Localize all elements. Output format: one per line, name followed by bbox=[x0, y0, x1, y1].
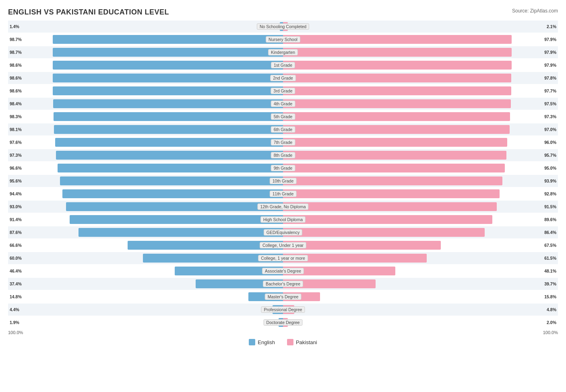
pink-bar bbox=[283, 228, 485, 237]
blue-bar bbox=[53, 48, 283, 57]
value-right: 91.5% bbox=[544, 204, 556, 209]
value-right: 95.0% bbox=[544, 166, 556, 170]
table-row: 97.3%95.7%8th Grade bbox=[8, 149, 558, 161]
value-left: 91.4% bbox=[10, 217, 22, 222]
blue-bar bbox=[55, 138, 283, 147]
value-right: 97.8% bbox=[544, 76, 556, 80]
value-left: 37.4% bbox=[10, 281, 22, 286]
value-left: 98.4% bbox=[10, 101, 22, 106]
value-left: 14.8% bbox=[10, 294, 22, 299]
pink-bar bbox=[283, 48, 512, 57]
center-label: 2nd Grade bbox=[270, 75, 296, 81]
center-label: Kindergarten bbox=[268, 49, 298, 55]
center-label: 6th Grade bbox=[271, 126, 295, 133]
value-left: 93.0% bbox=[10, 204, 22, 209]
table-row: 98.6%97.7%3rd Grade bbox=[8, 85, 558, 97]
value-left: 98.6% bbox=[10, 88, 22, 93]
value-left: 60.0% bbox=[10, 256, 22, 261]
value-right: 89.6% bbox=[544, 217, 556, 222]
value-left: 46.4% bbox=[10, 269, 22, 273]
center-label: 8th Grade bbox=[271, 152, 295, 158]
value-left: 98.7% bbox=[10, 37, 22, 42]
x-axis-right: 100.0% bbox=[543, 330, 558, 335]
table-row: 95.6%93.9%10th Grade bbox=[8, 175, 558, 187]
center-label: 11th Grade bbox=[270, 191, 297, 197]
value-left: 97.6% bbox=[10, 140, 22, 145]
center-label: Doctorate Degree bbox=[264, 319, 303, 326]
pink-bar bbox=[283, 138, 507, 147]
table-row: 98.4%97.5%4th Grade bbox=[8, 98, 558, 110]
x-axis-left: 100.0% bbox=[8, 330, 23, 335]
value-right: 15.8% bbox=[544, 294, 556, 299]
center-label: No Schooling Completed bbox=[257, 23, 309, 30]
table-row: 46.4%48.1%Associate's Degree bbox=[8, 265, 558, 277]
center-label: 7th Grade bbox=[271, 139, 295, 146]
center-label: 9th Grade bbox=[271, 165, 295, 171]
table-row: 60.0%61.5%College, 1 year or more bbox=[8, 252, 558, 264]
value-left: 87.6% bbox=[10, 230, 22, 235]
legend: English Pakistani bbox=[8, 339, 558, 345]
pink-bar bbox=[283, 125, 510, 134]
value-right: 97.9% bbox=[544, 63, 556, 68]
blue-bar bbox=[54, 112, 283, 121]
value-right: 39.7% bbox=[544, 281, 556, 286]
pink-bar bbox=[283, 112, 510, 121]
chart-container: ENGLISH VS PAKISTANI EDUCATION LEVEL Sou… bbox=[8, 8, 558, 345]
source-text: Source: ZipAtlas.com bbox=[512, 8, 558, 14]
blue-bar bbox=[62, 189, 283, 198]
table-row: 66.6%67.5%College, Under 1 year bbox=[8, 239, 558, 251]
center-label: 4th Grade bbox=[271, 101, 295, 107]
value-right: 2.1% bbox=[547, 24, 556, 29]
blue-bar bbox=[66, 202, 283, 211]
legend-pakistani-label: Pakistani bbox=[296, 339, 317, 345]
pink-bar bbox=[283, 241, 441, 250]
value-left: 97.3% bbox=[10, 153, 22, 158]
pink-bar bbox=[283, 74, 511, 82]
value-right: 97.5% bbox=[544, 101, 556, 106]
center-label: 10th Grade bbox=[270, 178, 297, 184]
blue-bar bbox=[53, 74, 283, 82]
table-row: 98.3%97.3%5th Grade bbox=[8, 111, 558, 123]
value-right: 48.1% bbox=[544, 269, 556, 273]
value-left: 1.9% bbox=[10, 320, 19, 325]
table-row: 4.4%4.8%Professional Degree bbox=[8, 304, 558, 316]
table-row: 37.4%39.7%Bachelor's Degree bbox=[8, 278, 558, 290]
value-left: 98.6% bbox=[10, 63, 22, 68]
table-row: 93.0%91.5%12th Grade, No Diploma bbox=[8, 201, 558, 213]
value-left: 98.1% bbox=[10, 127, 22, 132]
center-label: 3rd Grade bbox=[271, 88, 295, 94]
value-right: 97.0% bbox=[544, 127, 556, 132]
center-label: High School Diploma bbox=[260, 216, 306, 223]
blue-bar bbox=[53, 99, 283, 108]
value-left: 96.6% bbox=[10, 166, 22, 170]
value-right: 97.9% bbox=[544, 37, 556, 42]
pink-bar bbox=[283, 215, 492, 224]
table-row: 1.9%2.0%Doctorate Degree bbox=[8, 316, 558, 328]
value-left: 4.4% bbox=[10, 307, 19, 312]
center-label: GED/Equivalency bbox=[264, 229, 302, 236]
table-row: 96.6%95.0%9th Grade bbox=[8, 162, 558, 174]
value-right: 4.8% bbox=[547, 307, 556, 312]
pink-bar bbox=[283, 189, 500, 198]
value-right: 86.4% bbox=[544, 230, 556, 235]
legend-pakistani-color bbox=[287, 339, 293, 345]
value-left: 98.6% bbox=[10, 76, 22, 80]
center-label: Professional Degree bbox=[261, 306, 305, 313]
legend-pakistani: Pakistani bbox=[287, 339, 317, 345]
table-row: 1.4%2.1%No Schooling Completed bbox=[8, 21, 558, 33]
legend-english-label: English bbox=[258, 339, 275, 345]
table-row: 14.8%15.8%Master's Degree bbox=[8, 291, 558, 303]
value-right: 97.3% bbox=[544, 114, 556, 119]
blue-bar bbox=[53, 61, 283, 70]
pink-bar bbox=[283, 61, 512, 70]
blue-bar bbox=[70, 215, 283, 224]
value-left: 98.3% bbox=[10, 114, 22, 119]
value-left: 98.7% bbox=[10, 50, 22, 55]
value-right: 97.7% bbox=[544, 88, 556, 93]
pink-bar bbox=[283, 99, 511, 108]
blue-bar bbox=[54, 125, 283, 134]
pink-bar bbox=[283, 202, 497, 211]
value-right: 92.8% bbox=[544, 191, 556, 196]
chart-title: ENGLISH VS PAKISTANI EDUCATION LEVEL bbox=[8, 8, 558, 16]
value-right: 2.0% bbox=[547, 320, 556, 325]
